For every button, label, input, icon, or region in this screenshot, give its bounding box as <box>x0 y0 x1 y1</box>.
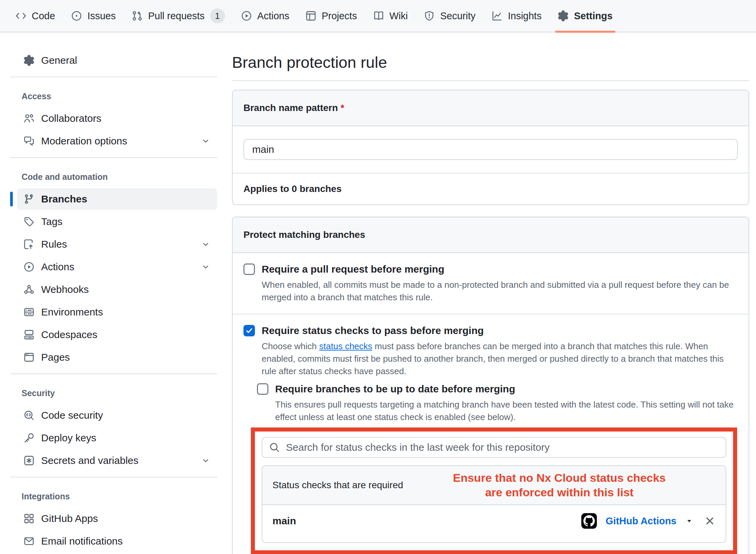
require-status-checks-label: Require status checks to pass before mer… <box>262 324 484 337</box>
sidebar-item-label: Secrets and variables <box>41 455 139 466</box>
sidebar-item-github-apps[interactable]: GitHub Apps <box>17 508 217 529</box>
sidebar-divider <box>10 373 217 374</box>
tab-wiki[interactable]: Wiki <box>365 0 416 32</box>
sidebar-item-rules[interactable]: Rules <box>17 233 217 255</box>
sidebar-item-deploy-keys[interactable]: Deploy keys <box>17 427 217 449</box>
require-status-checks-section: Require status checks to pass before mer… <box>233 314 749 554</box>
sidebar-item-label: Rules <box>41 239 67 250</box>
page-title: Branch protection rule <box>232 53 749 72</box>
sidebar-item-environments[interactable]: Environments <box>17 301 217 323</box>
tab-label: Settings <box>574 10 612 22</box>
sidebar-item-label: Tags <box>41 216 62 227</box>
search-icon <box>269 442 280 453</box>
key-icon <box>24 433 34 443</box>
status-checks-link[interactable]: status checks <box>319 341 373 351</box>
tab-settings[interactable]: Settings <box>550 0 620 32</box>
sidebar-item-label: Actions <box>41 261 74 273</box>
chevron-down-icon <box>201 136 210 146</box>
graph-icon <box>492 10 502 21</box>
people-icon <box>24 113 34 124</box>
remove-status-check-button[interactable] <box>704 515 716 527</box>
require-up-to-date-section: Require branches to be up to date before… <box>257 382 738 423</box>
tab-projects[interactable]: Projects <box>297 0 365 32</box>
tab-label: Security <box>440 10 475 22</box>
sidebar-item-branches[interactable]: Branches <box>17 188 217 210</box>
sidebar-item-pages[interactable]: Pages <box>17 347 217 368</box>
sidebar-item-label: GitHub Apps <box>41 513 98 524</box>
sidebar-item-label: Branches <box>41 193 87 205</box>
require-up-to-date-description: This ensures pull requests targeting a m… <box>275 398 738 423</box>
github-mark-icon <box>583 515 595 527</box>
annotation-text: Ensure that no Nx Cloud status checks ar… <box>403 471 716 500</box>
github-actions-avatar <box>581 513 597 529</box>
codescan-icon <box>24 410 34 421</box>
tab-pull-requests[interactable]: Pull requests 1 <box>124 0 233 32</box>
sidebar-item-label: Moderation options <box>41 135 127 147</box>
sidebar-item-tags[interactable]: Tags <box>17 211 217 232</box>
status-check-dropdown-button[interactable] <box>685 516 695 526</box>
settings-sidebar: General Access Collaborators Moderation … <box>0 32 223 553</box>
shield-icon <box>424 10 435 21</box>
codespaces-icon <box>24 329 34 340</box>
gear-icon <box>24 55 34 66</box>
sidebar-item-general[interactable]: General <box>17 50 217 71</box>
sidebar-item-secrets-and-variables[interactable]: Secrets and variables <box>17 450 217 471</box>
require-status-checks-description: Choose which status checks must pass bef… <box>262 340 738 378</box>
sidebar-divider <box>10 157 217 158</box>
check-icon <box>245 326 254 335</box>
browser-icon <box>24 352 34 363</box>
require-up-to-date-checkbox[interactable] <box>257 383 268 395</box>
tab-insights[interactable]: Insights <box>484 0 550 32</box>
git-pull-request-icon <box>132 10 143 21</box>
required-status-checks-header: Status checks that are required <box>272 480 403 491</box>
sidebar-item-email-notifications[interactable]: Email notifications <box>17 530 217 552</box>
sidebar-item-label: Pages <box>41 352 70 363</box>
branch-name-pattern-input[interactable] <box>243 139 738 160</box>
main-content: Branch protection rule Branch name patte… <box>223 32 756 554</box>
sidebar-item-webhooks[interactable]: Webhooks <box>17 279 217 300</box>
sidebar-item-label: Codespaces <box>41 329 97 340</box>
sidebar-item-label: Code security <box>41 410 103 421</box>
sidebar-item-label: Deploy keys <box>41 432 96 444</box>
tab-code[interactable]: Code <box>7 0 63 32</box>
require-pull-request-checkbox[interactable] <box>243 264 255 275</box>
require-pull-request-label: Require a pull request before merging <box>262 262 444 276</box>
tab-label: Code <box>32 10 55 22</box>
mail-icon <box>24 536 34 547</box>
gear-icon <box>558 10 569 21</box>
branch-name-pattern-card: Branch name pattern* Applies to 0 branch… <box>232 90 749 205</box>
github-actions-link[interactable]: GitHub Actions <box>606 516 676 527</box>
sidebar-item-label: Webhooks <box>41 284 89 295</box>
sidebar-section-code-and-automation: Code and automation <box>10 163 223 187</box>
sidebar-section-integrations: Integrations <box>10 483 223 507</box>
sidebar-item-label: Collaborators <box>41 113 101 124</box>
chevron-down-icon <box>201 262 210 272</box>
require-status-checks-checkbox[interactable] <box>243 325 255 336</box>
tag-icon <box>24 216 34 227</box>
annotation-highlight-box: Status checks that are required Ensure t… <box>251 427 737 554</box>
repo-tab-bar: Code Issues Pull requests 1 Actions Proj… <box>0 0 756 32</box>
sidebar-item-collaborators[interactable]: Collaborators <box>17 108 217 129</box>
asterisk-box-icon <box>24 455 34 466</box>
tab-label: Insights <box>508 10 542 22</box>
sidebar-item-moderation-options[interactable]: Moderation options <box>17 130 217 152</box>
caret-down-icon <box>685 517 693 525</box>
sidebar-section-access: Access <box>10 83 223 107</box>
issue-icon <box>71 10 82 21</box>
status-check-row: main GitHub Actions <box>262 505 726 542</box>
sidebar-divider <box>10 77 217 77</box>
book-icon <box>373 10 384 21</box>
sidebar-item-code-security[interactable]: Code security <box>17 405 217 426</box>
tab-label: Projects <box>322 10 357 22</box>
status-checks-search-input[interactable] <box>262 437 726 458</box>
git-branch-icon <box>24 194 34 204</box>
server-icon <box>24 307 34 317</box>
tab-actions[interactable]: Actions <box>233 0 297 32</box>
sidebar-item-actions[interactable]: Actions <box>17 256 217 278</box>
webhook-icon <box>24 284 34 295</box>
tab-issues[interactable]: Issues <box>63 0 124 32</box>
sidebar-item-codespaces[interactable]: Codespaces <box>17 324 217 345</box>
play-icon <box>24 261 34 272</box>
required-asterisk: * <box>341 103 344 113</box>
tab-security[interactable]: Security <box>416 0 484 32</box>
